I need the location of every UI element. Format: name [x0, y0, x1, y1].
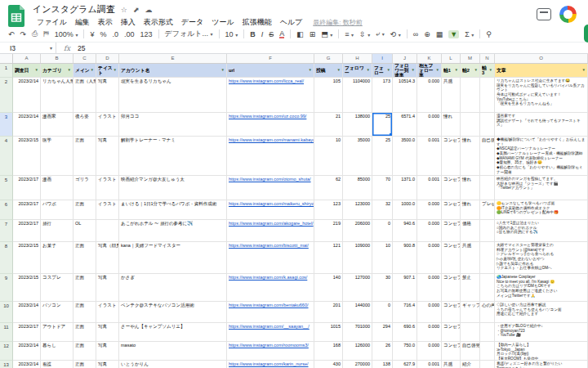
text-wrap-icon[interactable]: ⤶ ▾	[376, 29, 385, 38]
cell-C5[interactable]: ゴリラ	[74, 176, 96, 200]
cell-G9[interactable]: 140	[314, 274, 343, 302]
column-letter-H[interactable]: H	[343, 54, 372, 63]
filter-dropdown-icon[interactable]: ▼	[68, 68, 71, 73]
filter-dropdown-icon[interactable]: ▼	[489, 68, 492, 73]
cell-C7[interactable]: OL	[74, 220, 96, 242]
cell-A2[interactable]: 2023/2/14	[13, 78, 41, 113]
cell-D10[interactable]: イラスト	[96, 302, 119, 323]
redo-icon[interactable]: ↷	[20, 30, 27, 38]
header-cell-L1[interactable]: 軸1▼	[442, 64, 461, 78]
cell-H4[interactable]: 35000	[343, 137, 372, 176]
cell-A6[interactable]: 2023/2/17	[13, 200, 41, 220]
cell-O11[interactable]: ・使用ギアBLOGで紹介中↓ ・@tomoyan723 ・YouTube 🎥	[495, 323, 588, 342]
functions-icon[interactable]: Σ ▾	[465, 30, 474, 38]
row-number-5[interactable]: 5	[0, 176, 13, 200]
cell-B9[interactable]: コスプレ	[41, 274, 74, 302]
cell-I7[interactable]: 0	[372, 220, 393, 242]
cell-O7[interactable]: ○人生で1度は泊まりたい ○国内のあこがれホテル ○皆も旅の目的にする✈️	[495, 220, 588, 242]
cell-B3[interactable]: 漫画家	[41, 113, 74, 137]
cell-M12[interactable]: 自己啓発	[461, 342, 480, 361]
cell-L5[interactable]: コンセプト	[442, 176, 461, 200]
cell-N8[interactable]	[480, 242, 495, 274]
merge-cells-icon[interactable]: ⬒ ▾	[321, 30, 332, 38]
cell-N6[interactable]: プレゼント	[480, 200, 495, 220]
cell-K10[interactable]: 0.000	[417, 302, 442, 323]
column-letter-N[interactable]: N	[480, 54, 495, 63]
cell-B13[interactable]: 看護	[41, 361, 74, 368]
cell-F7[interactable]: https://www.instagram.com/akogare_hotel/	[227, 220, 314, 242]
undo-icon[interactable]: ↶	[8, 30, 15, 38]
cell-I8[interactable]: 10	[372, 242, 393, 274]
cell-H8[interactable]: 109000	[343, 242, 372, 274]
cell-M9[interactable]: 禁止	[461, 274, 480, 302]
cell-G2[interactable]: 105	[314, 78, 343, 113]
cell-L6[interactable]: コンセプト	[442, 200, 461, 220]
cell-G5[interactable]: 62	[314, 176, 343, 200]
cell-J11[interactable]: 690.6	[393, 323, 417, 342]
cell-L11[interactable]: コンセプト	[442, 323, 461, 342]
cell-H9[interactable]: 127000	[343, 274, 372, 302]
italic-icon[interactable]: I	[261, 30, 264, 38]
menu-挿入[interactable]: 挿入	[117, 16, 140, 29]
cell-F2[interactable]: https://www.instagram.com/licca_real/	[227, 78, 314, 113]
cell-B10[interactable]: パソコン	[41, 302, 74, 323]
cell-E6[interactable]: まいける｜1日1分で学べるパワポ・資料作成術	[119, 200, 227, 220]
comment-history-icon[interactable]	[537, 8, 551, 20]
column-letter-D[interactable]: D	[96, 54, 119, 63]
cell-D7[interactable]	[96, 220, 119, 242]
cell-B8[interactable]: お菓子	[41, 242, 74, 274]
cell-D12[interactable]: 写真	[96, 342, 119, 361]
header-cell-O1[interactable]: 文章▼	[495, 64, 588, 78]
text-rotate-icon[interactable]: ⟲ ▾	[390, 30, 401, 38]
cell-K3[interactable]: 0.000	[417, 113, 442, 137]
cell-H2[interactable]: 1104000	[343, 78, 372, 113]
cell-F3[interactable]: https://www.instagram.com/uz.coco.99/	[227, 113, 314, 137]
vertical-align-icon[interactable]: ⇳ ▾	[359, 30, 370, 38]
cell-N13[interactable]	[480, 361, 495, 368]
cell-K7[interactable]: 0.000	[417, 220, 442, 242]
cell-A9[interactable]: 2023/2/15	[13, 274, 41, 302]
cell-A10[interactable]: 2023/2/14	[13, 302, 41, 323]
column-letter-K[interactable]: K	[417, 54, 442, 63]
cell-A3[interactable]: 2023/2/14	[13, 113, 41, 137]
cell-G13[interactable]: 430	[314, 361, 343, 368]
cell-M13[interactable]: 紹介	[461, 361, 480, 368]
row-number-8[interactable]: 8	[0, 242, 13, 274]
cell-N10[interactable]: 心の声	[480, 302, 495, 323]
cell-F12[interactable]: https://www.instagram.com/roomooms3/	[227, 342, 314, 361]
cell-B7[interactable]: 旅行	[41, 220, 74, 242]
cell-M10[interactable]: ギャップ	[461, 302, 480, 323]
cell-J13[interactable]: 627.9	[393, 361, 417, 368]
cell-N11[interactable]	[480, 323, 495, 342]
cell-I5[interactable]: 70	[372, 176, 393, 200]
increase-decimals-icon[interactable]: .00	[124, 30, 135, 38]
insert-chart-icon[interactable]: ▦	[436, 30, 443, 38]
cell-M11[interactable]	[461, 323, 480, 342]
header-cell-G1[interactable]: 投稿▼	[314, 64, 343, 78]
filter-dropdown-icon[interactable]: ▼	[221, 68, 225, 73]
cell-O10[interactable]: ◇詳しい使い方は画像で解説 うちの母ちゃんでも使えるパソコン術 用途に応じて紹介…	[495, 302, 588, 323]
column-letter-L[interactable]: L	[442, 54, 461, 63]
cell-C8[interactable]: 正面	[74, 242, 96, 274]
cell-O12[interactable]: 【都内一人暮らし】 ≫Tokyo__Japan 月ロック/写真(9割) 【東京R…	[495, 342, 588, 361]
cell-L4[interactable]: コンセプト	[442, 137, 461, 176]
cell-L8[interactable]: コンセプト	[442, 242, 461, 274]
format-percent-icon[interactable]: %	[100, 30, 106, 38]
cell-C6[interactable]: 正面	[74, 200, 96, 220]
filter-dropdown-icon[interactable]: ▼	[35, 68, 38, 73]
cell-L12[interactable]: コンセプト	[442, 342, 461, 361]
fill-color-icon[interactable]: ◧	[296, 30, 304, 38]
cell-D11[interactable]: 写真	[96, 323, 119, 342]
cell-C11[interactable]: 正面	[74, 323, 96, 342]
cell-K4[interactable]: 0.001	[417, 137, 442, 176]
cell-F9[interactable]: https://www.instagram.com/k.asagi.cos/	[227, 274, 314, 302]
filter-dropdown-icon[interactable]: ▼	[412, 68, 415, 73]
cell-F8[interactable]: https://www.instagram.com/biscotti_mai/	[227, 242, 314, 274]
cell-H12[interactable]: 126000	[343, 342, 372, 361]
select-all-corner[interactable]	[0, 54, 13, 63]
cell-I11[interactable]: 294	[372, 323, 393, 342]
cell-M6[interactable]: 憧れ	[461, 200, 480, 220]
column-letter-O[interactable]: O	[495, 54, 588, 63]
cell-D6[interactable]: イラスト	[96, 200, 119, 220]
move-folder-icon[interactable]: ⬈	[133, 6, 140, 14]
